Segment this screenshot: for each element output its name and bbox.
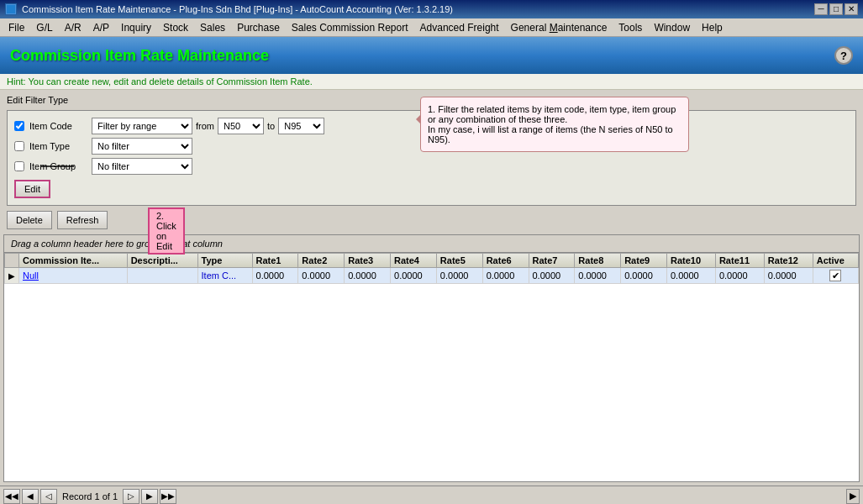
cell-rate8: 0.0000	[575, 268, 621, 284]
col-rate5[interactable]: Rate5	[436, 254, 482, 268]
nav-prev-page-btn[interactable]: ◀	[22, 489, 39, 504]
menu-inquiry[interactable]: Inquiry	[116, 20, 156, 35]
cell-rate11: 0.0000	[715, 268, 764, 284]
scroll-right-btn[interactable]: ▶	[846, 489, 860, 504]
app-header: Commission Item Rate Maintenance ?	[0, 37, 863, 74]
item-group-checkbox[interactable]	[14, 161, 24, 171]
cell-rate7: 0.0000	[529, 268, 575, 284]
action-btn-row: Delete Refresh	[7, 211, 856, 229]
menu-window[interactable]: Window	[649, 20, 695, 35]
filter-section: Edit Filter Type Item Code Filter by ran…	[0, 90, 863, 234]
col-rate11[interactable]: Rate11	[715, 254, 764, 268]
help-button[interactable]: ?	[834, 46, 853, 65]
delete-button[interactable]: Delete	[7, 211, 52, 229]
hint-bar: Hint: You can create new, edit and delet…	[0, 74, 863, 90]
col-rate3[interactable]: Rate3	[345, 254, 391, 268]
to-label: to	[267, 121, 275, 131]
cell-rate3: 0.0000	[345, 268, 391, 284]
nav-prev-btn[interactable]: ◁	[40, 489, 57, 504]
item-type-checkbox[interactable]	[14, 141, 24, 151]
item-type-filter-select[interactable]: No filter	[92, 138, 192, 155]
cell-rate10: 0.0000	[666, 268, 715, 284]
menu-file[interactable]: File	[3, 20, 29, 35]
menu-general-maintenance[interactable]: General Maintenance	[506, 20, 613, 35]
menu-stock[interactable]: Stock	[158, 20, 193, 35]
cell-rate9: 0.0000	[621, 268, 667, 284]
annotation-edit-label: 2. Click on Edit	[148, 207, 185, 255]
col-rate4[interactable]: Rate4	[391, 254, 437, 268]
col-description[interactable]: Descripti...	[127, 254, 197, 268]
cell-rate6: 0.0000	[482, 268, 529, 284]
item-group-filter-select[interactable]: No filter	[92, 158, 192, 175]
col-rate12[interactable]: Rate12	[764, 254, 813, 268]
col-rate2[interactable]: Rate2	[298, 254, 345, 268]
menu-tools[interactable]: Tools	[613, 20, 647, 35]
nav-next-page-btn[interactable]: ▶	[141, 489, 158, 504]
table-row[interactable]: ▶ Null Item C... 0.0000 0.0000 0.0000 0.…	[5, 268, 859, 284]
nav-last-btn[interactable]: ▶▶	[160, 489, 176, 504]
item-code-label: Item Code	[29, 121, 88, 131]
col-rate6[interactable]: Rate6	[482, 254, 529, 268]
callout-bubble: 1. Filter the related items by item code…	[420, 97, 689, 152]
record-text: Record 1 of 1	[62, 491, 118, 501]
minimize-btn[interactable]: ─	[814, 3, 828, 15]
menu-sales[interactable]: Sales	[195, 20, 230, 35]
col-rate8[interactable]: Rate8	[575, 254, 621, 268]
menu-sales-commission-report[interactable]: Sales Commission Report	[287, 20, 413, 35]
cell-rate2: 0.0000	[298, 268, 345, 284]
filter-row-item-group: Item Group No filter	[14, 158, 849, 175]
app-icon	[5, 3, 17, 15]
row-indicator: ▶	[5, 268, 19, 284]
col-type[interactable]: Type	[197, 254, 252, 268]
cell-description	[127, 268, 197, 284]
main-content: Commission Item Rate Maintenance ? Hint:…	[0, 37, 863, 486]
menu-bar: File G/L A/R A/P Inquiry Stock Sales Pur…	[0, 18, 863, 37]
cell-type: Item C...	[197, 268, 252, 284]
callout-text: 1. Filter the related items by item code…	[428, 104, 676, 144]
svg-rect-0	[7, 5, 15, 13]
item-code-checkbox[interactable]	[14, 121, 24, 131]
menu-gl[interactable]: G/L	[31, 20, 57, 35]
cell-rate1: 0.0000	[252, 268, 298, 284]
col-rate9[interactable]: Rate9	[621, 254, 667, 268]
item-code-from-select[interactable]: N50	[218, 118, 264, 134]
close-btn[interactable]: ✕	[845, 3, 858, 15]
nav-first-btn[interactable]: ◀◀	[3, 489, 20, 504]
col-active[interactable]: Active	[813, 254, 858, 268]
data-table: Commission Ite... Descripti... Type Rate…	[4, 253, 859, 284]
menu-ar[interactable]: A/R	[60, 20, 87, 35]
nav-next-btn[interactable]: ▷	[123, 489, 139, 504]
cell-active[interactable]: ✔	[813, 268, 858, 284]
cell-commission-item[interactable]: Null	[19, 268, 128, 284]
maximize-btn[interactable]: □	[829, 3, 843, 15]
menu-advanced-freight[interactable]: Advanced Freight	[415, 20, 504, 35]
menu-purchase[interactable]: Purchase	[232, 20, 285, 35]
col-commission-item[interactable]: Commission Ite...	[19, 254, 128, 268]
status-bar: ◀◀ ◀ ◁ Record 1 of 1 ▷ ▶ ▶▶ ▶	[0, 486, 863, 504]
menu-help[interactable]: Help	[697, 20, 728, 35]
cell-rate5: 0.0000	[436, 268, 482, 284]
app-title: Commission Item Rate Maintenance	[10, 47, 269, 65]
edit-btn-row: Edit	[14, 180, 849, 198]
item-code-to-select[interactable]: N95	[278, 118, 324, 134]
window-title: Commission Item Rate Maintenance - Plug-…	[22, 4, 453, 14]
cell-rate12: 0.0000	[764, 268, 813, 284]
active-checkbox[interactable]: ✔	[829, 270, 841, 281]
col-rate10[interactable]: Rate10	[666, 254, 715, 268]
title-bar: Commission Item Rate Maintenance - Plug-…	[0, 0, 863, 18]
col-indicator	[5, 254, 19, 268]
hint-text: Hint: You can create new, edit and delet…	[7, 76, 313, 87]
annotation-arrow	[40, 154, 82, 179]
table-section: Drag a column header here to group by th…	[3, 234, 860, 482]
window-controls[interactable]: ─ □ ✕	[814, 3, 858, 15]
edit-button[interactable]: Edit	[14, 180, 50, 198]
menu-ap[interactable]: A/P	[88, 20, 114, 35]
from-label: from	[196, 121, 214, 131]
cell-rate4: 0.0000	[391, 268, 437, 284]
table-wrapper[interactable]: Commission Ite... Descripti... Type Rate…	[4, 253, 859, 481]
refresh-button[interactable]: Refresh	[57, 211, 108, 229]
table-hint: Drag a column header here to group by th…	[4, 235, 859, 253]
col-rate7[interactable]: Rate7	[529, 254, 575, 268]
item-code-filter-select[interactable]: Filter by range No filter	[92, 118, 192, 134]
col-rate1[interactable]: Rate1	[252, 254, 298, 268]
